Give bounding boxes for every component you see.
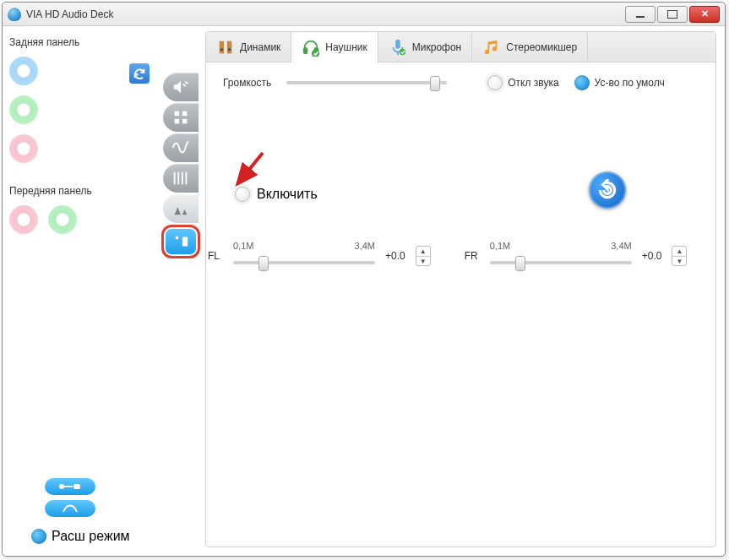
svg-rect-17 (304, 48, 307, 53)
jack-green[interactable] (9, 95, 38, 124)
jack-pink[interactable] (9, 134, 38, 163)
back-panel-label: Задняя панель (9, 36, 202, 48)
fr-label: FR (465, 250, 483, 262)
tab-microphone[interactable]: Микрофон (378, 32, 472, 62)
fl-value: +0.0 (385, 250, 405, 262)
volume-label: Громкость (223, 77, 271, 89)
fl-stepper[interactable]: ▲▼ (416, 246, 431, 266)
radio-checked-icon (574, 75, 590, 90)
volume-slider[interactable] (286, 74, 447, 91)
refresh-button[interactable] (129, 63, 150, 84)
pill-connector[interactable] (45, 478, 95, 495)
down-icon: ▼ (672, 257, 686, 266)
svg-point-9 (176, 237, 179, 240)
front-jack-green[interactable] (48, 205, 77, 234)
tab-label: Микрофон (412, 41, 461, 53)
radio-unchecked-icon (487, 75, 503, 90)
fl-scale-max: 3,4M (355, 241, 375, 251)
tab-dynamic[interactable]: Динамик (206, 32, 291, 62)
tab-label: Динамик (240, 41, 280, 53)
svg-point-15 (220, 47, 224, 51)
rail-room[interactable] (161, 225, 200, 258)
enable-option[interactable]: Включить (235, 187, 318, 202)
fr-slider[interactable] (490, 254, 632, 271)
fr-scale-max: 3,4M (611, 241, 631, 251)
rail-environment[interactable] (163, 194, 199, 223)
front-jack-pink[interactable] (9, 205, 38, 234)
svg-rect-2 (175, 119, 180, 124)
app-icon (8, 8, 21, 21)
fl-label: FL (208, 250, 226, 262)
rail-speakers[interactable] (163, 103, 199, 132)
fl-slider[interactable] (233, 254, 375, 271)
svg-rect-11 (64, 486, 73, 487)
enable-label: Включить (257, 187, 318, 202)
svg-rect-14 (227, 41, 232, 53)
fr-scale-min: 0,1M (490, 241, 510, 251)
rail-wave[interactable] (163, 133, 199, 162)
svg-point-10 (59, 484, 64, 489)
mode-label: Расш режим (52, 529, 130, 544)
svg-rect-20 (395, 39, 400, 48)
microphone-icon (389, 38, 407, 57)
default-device-option[interactable]: Ус-во по умолч (574, 75, 665, 90)
down-icon: ▼ (416, 257, 430, 266)
tabstrip: Динамик Наушник Микрофон Стереомикшер (206, 32, 715, 63)
up-icon: ▲ (672, 247, 686, 257)
jack-blue[interactable] (9, 57, 38, 85)
headphone-icon (302, 38, 320, 57)
mute-option[interactable]: Откл звука (487, 75, 558, 90)
maximize-button[interactable] (657, 6, 688, 23)
radio-unchecked-icon (235, 187, 250, 202)
up-icon: ▲ (416, 247, 430, 257)
rail-volume[interactable] (163, 73, 199, 101)
tab-label: Стереомикшер (506, 41, 577, 53)
svg-rect-0 (175, 111, 180, 117)
close-button[interactable] (689, 6, 720, 23)
speaker-icon (216, 38, 235, 57)
mute-label: Откл звука (508, 77, 558, 89)
minimize-button[interactable] (625, 6, 656, 23)
titlebar: VIA HD Audio Deck (3, 3, 725, 26)
svg-rect-1 (182, 111, 188, 117)
tab-label: Наушник (325, 41, 367, 53)
music-icon (482, 38, 501, 57)
svg-rect-13 (220, 41, 225, 53)
rail-equalizer[interactable] (163, 164, 199, 193)
svg-rect-12 (73, 484, 80, 489)
svg-point-16 (228, 47, 231, 51)
tab-stereomixer[interactable]: Стереомикшер (472, 32, 588, 62)
fr-stepper[interactable]: ▲▼ (672, 246, 687, 266)
default-label: Ус-во по умолч (595, 77, 665, 89)
pill-info[interactable] (45, 500, 95, 517)
mode-radio-icon[interactable] (31, 529, 46, 544)
tab-headphone[interactable]: Наушник (291, 32, 378, 63)
fr-value: +0.0 (642, 250, 662, 262)
svg-rect-3 (182, 119, 188, 124)
svg-rect-8 (182, 237, 188, 247)
reset-button[interactable] (589, 171, 626, 209)
fl-scale-min: 0,1M (233, 241, 253, 251)
window-title: VIA HD Audio Deck (26, 8, 113, 20)
